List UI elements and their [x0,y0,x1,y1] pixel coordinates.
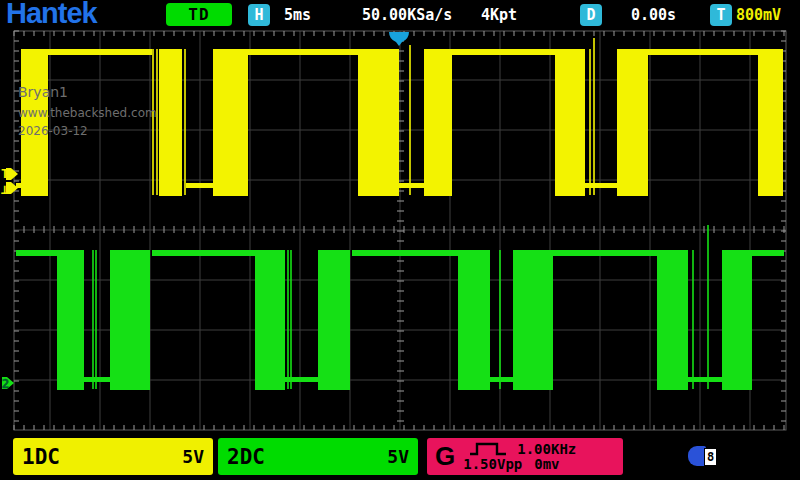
ch2-trace-glitch [287,250,289,389]
oscilloscope-screen: Hantek TD H 5ms 50.00KSa/s 4Kpt D 0.00s … [0,0,800,480]
footer-bar: 1DC 5V 2DC 5V G 1.00KHz 1.50Vpp 0mv [0,436,800,480]
trigger-level-value: 800mV [736,6,781,24]
ch2-trace [657,250,688,390]
ch1-coupling-label: 1DC [22,445,60,469]
ch2-trace-glitch [692,250,694,389]
ch2-trace-glitch [499,250,501,389]
ch2-trace-glitch [95,250,97,389]
ch2-trace [285,377,318,382]
generator-offset: 0mv [534,457,559,472]
ch2-trace [84,377,110,382]
generator-frequency: 1.00KHz [517,442,576,457]
ch1-trace [617,49,648,196]
ch1-trace-glitch [593,38,595,195]
ch1-trace-glitch [409,45,411,195]
generator-status-box[interactable]: G 1.00KHz 1.50Vpp 0mv [427,438,623,475]
trigger-icon[interactable]: T [710,4,732,26]
horizontal-delay-value: 0.00s [631,6,676,24]
ch1-trace [358,49,399,196]
ch2-trace [553,250,657,256]
ch1-trace [648,49,758,55]
overlay-line-3: 2026-03-12 [18,122,157,141]
horizontal-icon[interactable]: H [248,4,270,26]
ch1-trace-glitch [589,49,591,195]
ch2-trace [57,250,84,390]
square-wave-icon [469,442,507,456]
ch2-trace [255,250,285,390]
ch2-trace-glitch [707,225,709,389]
ch1-trace [399,183,424,188]
ch2-marker-label: 2 [2,377,9,391]
ch1-trace [452,49,555,55]
ch2-trace [513,250,553,390]
overlay-line-2: www.thebackshed.com [18,104,157,123]
memory-depth-value: 4Kpt [481,6,517,24]
generator-label: G [435,441,455,472]
timebase-value: 5ms [284,6,311,24]
ch1-trace [758,49,783,196]
ch2-trace [458,250,490,390]
usb-drive-plug: 8 [704,448,717,466]
ch2-trace-glitch [92,250,94,389]
ch2-trace [16,250,57,256]
trigger-level-marker[interactable] [6,168,18,180]
ch2-coupling-label: 2DC [227,445,265,469]
generator-vpp: 1.50Vpp [463,457,522,472]
overlay-line-1: Bryan1 [18,82,157,104]
ch1-trace [248,49,358,55]
user-overlay-text: Bryan1 www.thebackshed.com 2026-03-12 [18,82,157,141]
ch1-trace [555,49,585,196]
delay-icon[interactable]: D [580,4,602,26]
ch1-volts-per-div: 5V [182,446,204,467]
ch1-trace [159,49,182,196]
ch2-trace [352,250,458,256]
ch2-trace [318,250,350,390]
ch1-trace [585,183,617,188]
trigger-status-button[interactable]: TD [166,3,232,26]
ch1-trace-glitch [184,49,186,195]
trigger-position-marker[interactable] [389,32,409,46]
ch1-status-box[interactable]: 1DC 5V [13,438,213,475]
hantek-logo: Hantek [6,0,97,30]
ch1-trace [186,183,213,188]
usb-drive-icon: 8 [688,445,718,467]
ch2-trace [722,250,752,390]
ch2-volts-per-div: 5V [387,446,409,467]
ch2-trace [490,377,513,382]
ch2-trace [752,250,784,256]
ch2-status-box[interactable]: 2DC 5V [218,438,418,475]
ch2-trace [152,250,255,256]
sample-rate-value: 50.00KSa/s [362,6,452,24]
header-bar: Hantek TD H 5ms 50.00KSa/s 4Kpt D 0.00s … [0,0,800,30]
ch2-trace-glitch [290,250,292,389]
ch2-trace [110,250,150,390]
ch1-trace [424,49,452,196]
waveform-display: T⊥2 [0,0,800,480]
ch1-trace [213,49,248,196]
ch1-trace [48,49,152,55]
